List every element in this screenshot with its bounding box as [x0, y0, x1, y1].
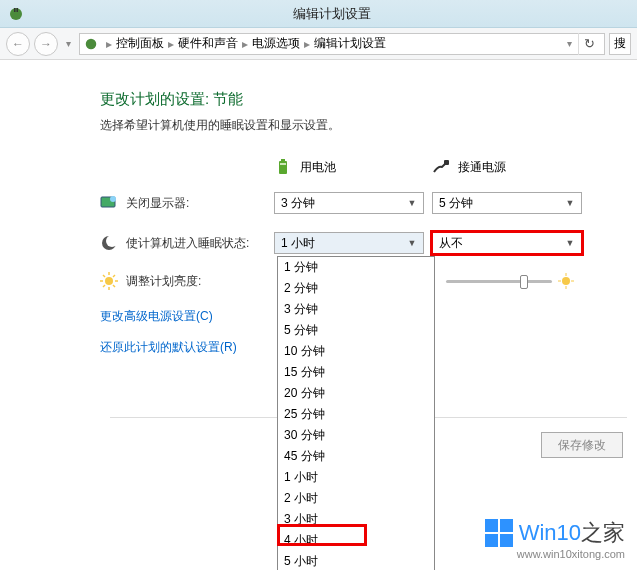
svg-line-19: [103, 285, 105, 287]
svg-rect-5: [281, 159, 285, 161]
address-bar[interactable]: ▸ 控制面板▸ 硬件和声音▸ 电源选项▸ 编辑计划设置 ▾ ↻: [79, 33, 605, 55]
power-plug-icon: [84, 37, 98, 51]
dropdown-item[interactable]: 3 小时: [278, 509, 434, 530]
row-sleep: 使计算机进入睡眠状态: 1 小时▼ 从不▼: [100, 232, 609, 254]
chevron-down-icon[interactable]: ▾: [563, 38, 576, 49]
dropdown-item[interactable]: 1 小时: [278, 467, 434, 488]
chevron-down-icon: ▼: [405, 238, 419, 248]
power-plug-icon: [8, 6, 24, 22]
refresh-button[interactable]: ↻: [578, 33, 600, 55]
column-headers: 用电池 接通电源: [100, 158, 609, 176]
dropdown-item[interactable]: 3 分钟: [278, 299, 434, 320]
chevron-down-icon: ▼: [563, 238, 577, 248]
svg-point-11: [106, 235, 118, 247]
windows-logo-icon: [485, 519, 513, 547]
column-battery-label: 用电池: [300, 159, 336, 176]
chevron-down-icon: ▼: [563, 198, 577, 208]
navigation-toolbar: ← → ▾ ▸ 控制面板▸ 硬件和声音▸ 电源选项▸ 编辑计划设置 ▾ ↻ 搜: [0, 28, 637, 60]
sun-icon: [100, 272, 118, 290]
display-off-label: 关闭显示器:: [126, 195, 189, 212]
breadcrumb-item[interactable]: 硬件和声音: [178, 35, 238, 52]
column-plugged-label: 接通电源: [458, 159, 506, 176]
save-button[interactable]: 保存修改: [541, 432, 623, 458]
search-button[interactable]: 搜: [609, 33, 631, 55]
window-title: 编辑计划设置: [34, 5, 629, 23]
svg-point-9: [110, 196, 116, 202]
sleep-label: 使计算机进入睡眠状态:: [126, 235, 249, 252]
watermark: Win10之家 www.win10xitong.com: [485, 518, 625, 560]
brightness-label: 调整计划亮度:: [126, 273, 201, 290]
brightness-plugged-cell: [424, 273, 574, 289]
dropdown-item[interactable]: 25 分钟: [278, 404, 434, 425]
dropdown-item[interactable]: 20 分钟: [278, 383, 434, 404]
dropdown-item[interactable]: 2 小时: [278, 488, 434, 509]
history-dropdown-icon[interactable]: ▾: [62, 38, 75, 49]
svg-point-12: [105, 277, 113, 285]
display-off-plugged-select[interactable]: 5 分钟▼: [432, 192, 582, 214]
plug-icon: [432, 158, 450, 176]
dropdown-item[interactable]: 45 分钟: [278, 446, 434, 467]
dropdown-item[interactable]: 10 分钟: [278, 341, 434, 362]
svg-rect-6: [280, 163, 286, 165]
svg-line-17: [103, 275, 105, 277]
battery-icon: [274, 158, 292, 176]
breadcrumb-item[interactable]: 电源选项: [252, 35, 300, 52]
svg-point-3: [86, 38, 97, 49]
dropdown-item[interactable]: 4 小时: [278, 530, 434, 551]
dropdown-item[interactable]: 30 分钟: [278, 425, 434, 446]
breadcrumb-item[interactable]: 控制面板: [116, 35, 164, 52]
sun-bright-icon: [558, 273, 574, 289]
window-titlebar: 编辑计划设置: [0, 0, 637, 28]
back-button[interactable]: ←: [6, 32, 30, 56]
svg-point-0: [10, 8, 22, 20]
page-heading: 更改计划的设置: 节能: [100, 90, 609, 109]
svg-line-18: [113, 285, 115, 287]
sleep-plugged-select[interactable]: 从不▼: [432, 232, 582, 254]
sleep-battery-select[interactable]: 1 小时▼: [274, 232, 424, 254]
svg-point-22: [562, 277, 570, 285]
svg-rect-4: [279, 161, 287, 174]
monitor-icon: [100, 194, 118, 212]
moon-icon: [100, 234, 118, 252]
dropdown-item[interactable]: 2 分钟: [278, 278, 434, 299]
svg-rect-7: [444, 160, 449, 165]
svg-line-20: [113, 275, 115, 277]
page-subheading: 选择希望计算机使用的睡眠设置和显示设置。: [100, 117, 609, 134]
dropdown-item[interactable]: 15 分钟: [278, 362, 434, 383]
dropdown-item[interactable]: 5 分钟: [278, 320, 434, 341]
forward-button[interactable]: →: [34, 32, 58, 56]
svg-rect-2: [17, 8, 19, 12]
sleep-battery-dropdown[interactable]: 1 分钟2 分钟3 分钟5 分钟10 分钟15 分钟20 分钟25 分钟30 分…: [277, 256, 435, 570]
dropdown-item[interactable]: 1 分钟: [278, 257, 434, 278]
row-display-off: 关闭显示器: 3 分钟▼ 5 分钟▼: [100, 192, 609, 214]
display-off-battery-select[interactable]: 3 分钟▼: [274, 192, 424, 214]
dropdown-item[interactable]: 5 小时: [278, 551, 434, 570]
watermark-url: www.win10xitong.com: [485, 548, 625, 560]
svg-rect-1: [14, 8, 16, 12]
brightness-slider[interactable]: [446, 280, 552, 283]
breadcrumb-item[interactable]: 编辑计划设置: [314, 35, 386, 52]
chevron-down-icon: ▼: [405, 198, 419, 208]
